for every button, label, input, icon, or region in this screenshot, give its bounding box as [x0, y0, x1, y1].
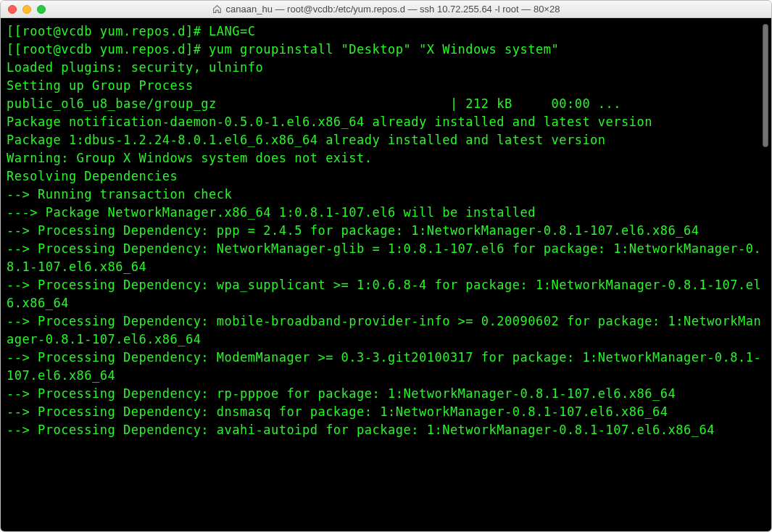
window-title-text: canaan_hu — root@vcdb:/etc/yum.repos.d —…	[226, 4, 560, 14]
terminal-line: Package notification-daemon-0.5.0-1.el6.…	[7, 113, 765, 131]
terminal-line: [[root@vcdb yum.repos.d]# LANG=C	[7, 22, 765, 41]
terminal-line: ---> Package NetworkManager.x86_64 1:0.8…	[7, 204, 765, 222]
terminal-line: --> Processing Dependency: ModemManager …	[7, 349, 765, 385]
zoom-icon[interactable]	[37, 5, 46, 14]
terminal-line: Resolving Dependencies	[7, 167, 765, 186]
home-icon	[212, 4, 222, 14]
terminal-line: --> Processing Dependency: ppp = 2.4.5 f…	[7, 222, 765, 240]
traffic-lights	[1, 5, 46, 14]
terminal-line: [[root@vcdb yum.repos.d]# yum groupinsta…	[7, 41, 765, 59]
window-title: canaan_hu — root@vcdb:/etc/yum.repos.d —…	[1, 4, 771, 14]
terminal-line: --> Processing Dependency: wpa_supplican…	[7, 276, 765, 312]
terminal-line: --> Processing Dependency: avahi-autoipd…	[7, 421, 765, 439]
terminal-line: Setting up Group Process	[7, 77, 765, 95]
terminal-line: --> Processing Dependency: dnsmasq for p…	[7, 403, 765, 421]
terminal-line: --> Running transaction check	[7, 186, 765, 204]
terminal-output[interactable]: [[root@vcdb yum.repos.d]# LANG=C[[root@v…	[1, 18, 771, 531]
terminal-line: --> Processing Dependency: NetworkManage…	[7, 240, 765, 276]
terminal-line: Loaded plugins: security, ulninfo	[7, 59, 765, 77]
terminal-window: canaan_hu — root@vcdb:/etc/yum.repos.d —…	[0, 0, 772, 532]
close-icon[interactable]	[8, 5, 17, 14]
terminal-area[interactable]: [[root@vcdb yum.repos.d]# LANG=C[[root@v…	[1, 18, 771, 531]
terminal-line: Package 1:dbus-1.2.24-8.0.1.el6_6.x86_64…	[7, 131, 765, 149]
terminal-line: --> Processing Dependency: rp-pppoe for …	[7, 385, 765, 403]
titlebar[interactable]: canaan_hu — root@vcdb:/etc/yum.repos.d —…	[1, 1, 771, 18]
terminal-line: --> Processing Dependency: mobile-broadb…	[7, 312, 765, 349]
terminal-line: Warning: Group X Windows system does not…	[7, 149, 765, 167]
minimize-icon[interactable]	[22, 5, 31, 14]
terminal-line: public_ol6_u8_base/group_gz | 212 kB 00:…	[7, 95, 765, 113]
